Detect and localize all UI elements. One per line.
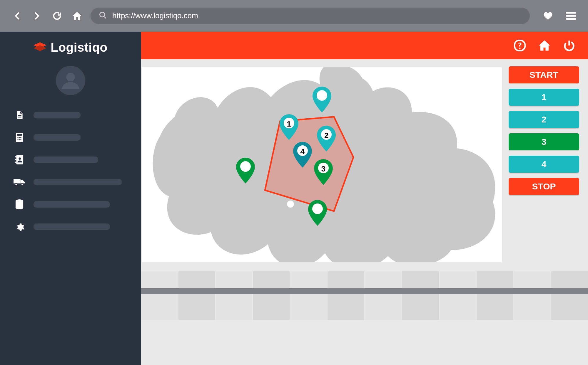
svg-point-16 — [20, 139, 21, 140]
svg-point-0 — [100, 12, 105, 17]
browser-chrome-bar — [0, 0, 588, 32]
hamburger-menu[interactable] — [564, 9, 577, 22]
step-button[interactable]: STOP — [509, 178, 579, 195]
svg-rect-19 — [15, 159, 16, 160]
back-button[interactable] — [11, 9, 24, 22]
map-pin[interactable]: 1 — [280, 114, 298, 140]
svg-rect-20 — [15, 162, 16, 163]
svg-point-36 — [240, 161, 251, 172]
pin-label: 2 — [324, 131, 328, 140]
sidebar-item-documents[interactable] — [14, 109, 128, 121]
sidebar-item-label — [34, 157, 98, 163]
brand-mark-icon — [34, 41, 46, 54]
help-button[interactable] — [513, 39, 526, 52]
contacts-icon — [14, 154, 25, 166]
svg-point-11 — [17, 137, 19, 138]
power-button[interactable] — [563, 39, 576, 52]
map-pin[interactable] — [308, 200, 327, 226]
search-icon — [99, 11, 107, 21]
map[interactable]: 1243 — [141, 66, 503, 263]
svg-rect-18 — [15, 156, 16, 157]
avatar[interactable] — [56, 66, 85, 95]
sidebar-item-contacts[interactable] — [14, 154, 128, 166]
svg-rect-3 — [566, 18, 576, 20]
sidebar-item-calculator[interactable] — [14, 132, 128, 143]
step-button[interactable]: START — [509, 66, 579, 83]
pin-label: 4 — [300, 147, 304, 156]
document-icon — [14, 109, 25, 121]
map-pin[interactable]: 4 — [293, 142, 312, 168]
step-button[interactable]: 1 — [509, 89, 579, 106]
sidebar-item-label — [34, 201, 110, 208]
sidebar-item-database[interactable] — [14, 199, 128, 210]
map-pin[interactable]: 3 — [314, 159, 333, 185]
sidebar-item-fleet[interactable] — [14, 176, 128, 188]
svg-point-6 — [66, 73, 75, 81]
sidebar-menu — [0, 102, 141, 240]
home-button[interactable] — [71, 9, 83, 22]
pin-label: 3 — [321, 164, 325, 174]
sidebar-item-label — [34, 134, 81, 141]
sidebar-item-label — [34, 112, 81, 118]
svg-point-12 — [19, 137, 20, 138]
app-topbar — [141, 32, 588, 59]
svg-point-23 — [15, 184, 17, 186]
map-dot — [286, 200, 295, 208]
svg-rect-7 — [18, 115, 21, 116]
svg-point-14 — [17, 139, 19, 140]
app-shell: Logistiqo — [0, 32, 588, 365]
svg-rect-8 — [18, 117, 21, 117]
brand-text: Logistiqo — [51, 41, 107, 55]
svg-point-13 — [20, 137, 21, 138]
svg-rect-10 — [17, 134, 22, 136]
svg-point-37 — [312, 203, 323, 214]
truck-icon — [14, 176, 25, 188]
pin-label: 1 — [287, 120, 291, 129]
svg-rect-1 — [566, 12, 576, 14]
svg-point-31 — [317, 90, 327, 101]
brand[interactable]: Logistiqo — [0, 41, 141, 55]
step-button[interactable]: 4 — [509, 156, 579, 173]
forward-button[interactable] — [31, 9, 44, 22]
favorite-button[interactable] — [542, 9, 554, 22]
timeline-placeholder — [141, 271, 588, 320]
map-pin[interactable] — [313, 87, 331, 112]
map-pin[interactable]: 2 — [317, 126, 336, 152]
database-icon — [14, 199, 25, 210]
step-button[interactable]: 2 — [509, 111, 579, 128]
step-button[interactable]: 3 — [509, 133, 579, 150]
svg-rect-2 — [566, 15, 576, 17]
sidebar-item-settings[interactable] — [14, 221, 128, 233]
app-home-button[interactable] — [538, 39, 551, 52]
map-pin[interactable] — [236, 158, 255, 184]
sidebar-item-label — [34, 223, 110, 230]
url-bar[interactable] — [91, 8, 530, 24]
svg-point-21 — [19, 157, 21, 160]
calculator-icon — [14, 132, 25, 143]
url-input[interactable] — [112, 11, 522, 20]
sidebar: Logistiqo — [0, 32, 141, 365]
steps-panel: START1234STOP — [503, 66, 579, 263]
svg-point-24 — [21, 184, 23, 186]
main-area: 1243 START1234STOP — [141, 32, 588, 365]
gear-icon — [14, 221, 25, 233]
svg-point-15 — [19, 139, 20, 140]
reload-button[interactable] — [51, 9, 64, 22]
svg-rect-22 — [14, 179, 21, 184]
sidebar-item-label — [34, 179, 122, 185]
